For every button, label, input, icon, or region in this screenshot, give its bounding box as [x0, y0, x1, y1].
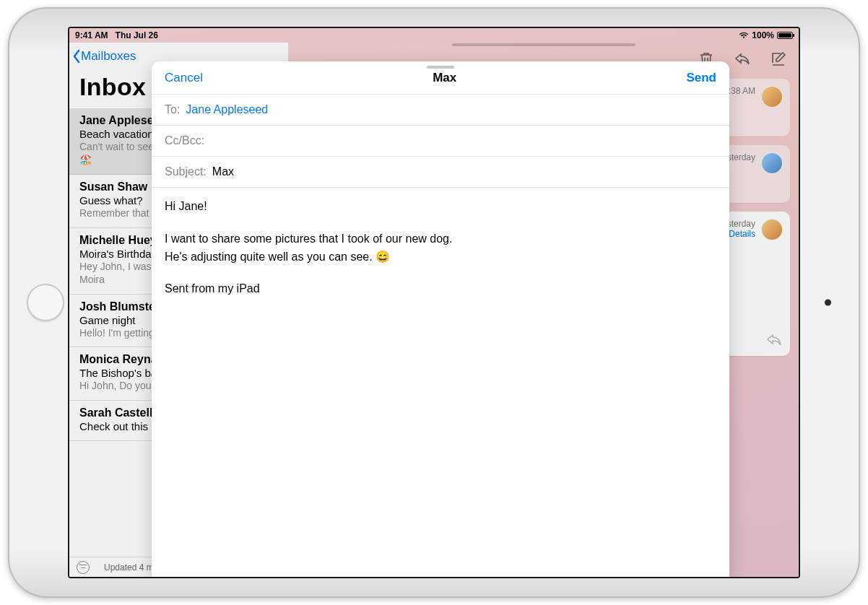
to-field[interactable]: To: Jane Appleseed [152, 95, 729, 126]
to-value[interactable]: Jane Appleseed [186, 103, 268, 116]
compose-title: Max [433, 71, 456, 85]
status-bar: 9:41 AM Thu Jul 26 100% [69, 28, 799, 43]
wifi-icon [739, 32, 749, 39]
battery-percent: 100% [752, 30, 774, 40]
sheet-grabber[interactable] [427, 66, 454, 69]
send-button[interactable]: Send [686, 71, 716, 85]
camera-dot [825, 300, 831, 306]
ipad-device-frame: 9:41 AM Thu Jul 26 100% Mailboxes Inbox … [8, 7, 860, 598]
cc-bcc-label: Cc/Bcc: [165, 134, 204, 147]
compose-body[interactable]: Hi Jane! I want to share some pictures t… [152, 188, 729, 577]
cancel-button[interactable]: Cancel [165, 71, 203, 85]
signature: Sent from my iPad [165, 280, 716, 298]
battery-icon [777, 32, 793, 39]
subject-label: Subject: [165, 165, 207, 178]
status-date: Thu Jul 26 [116, 30, 158, 40]
home-button[interactable] [27, 284, 64, 321]
body-line: He's adjusting quite well as you can see… [165, 251, 390, 263]
compose-sheet: Cancel Max Send To: Jane Appleseed Cc/Bc… [152, 61, 729, 577]
subject-value: Max [212, 165, 234, 178]
status-time: 9:41 AM [75, 30, 108, 40]
subject-field[interactable]: Subject: Max [152, 157, 729, 188]
compose-toolbar: Cancel Max Send [152, 61, 729, 95]
to-label: To: [165, 103, 180, 116]
cc-bcc-field[interactable]: Cc/Bcc: [152, 126, 729, 157]
screen: 9:41 AM Thu Jul 26 100% Mailboxes Inbox … [69, 28, 799, 577]
body-greeting: Hi Jane! [165, 198, 716, 216]
body-line: I want to share some pictures that I too… [165, 232, 452, 245]
